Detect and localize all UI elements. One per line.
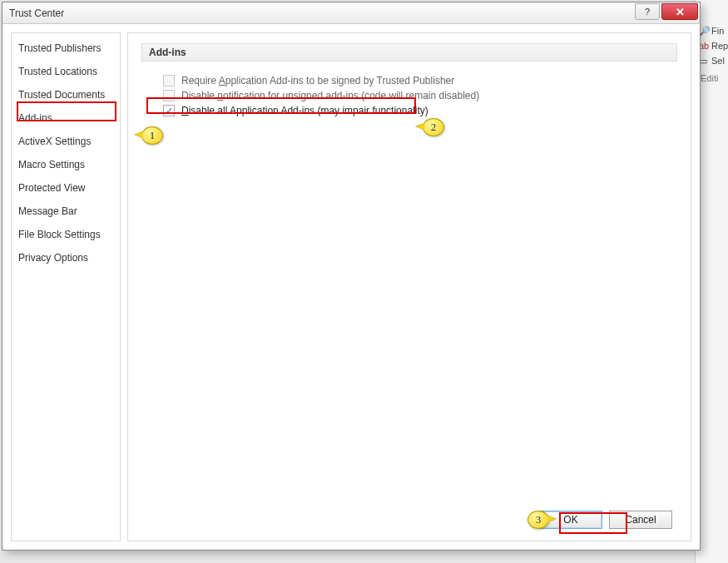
- sidebar-item-add-ins[interactable]: Add-ins: [12, 106, 120, 130]
- checkbox-disable-all-addins[interactable]: ✓: [163, 105, 175, 116]
- trust-center-dialog: Trust Center ? ✕ Trusted Publishers Trus…: [2, 2, 701, 551]
- section-header: Add-ins: [141, 43, 677, 62]
- dialog-footer: OK Cancel: [141, 504, 677, 532]
- sidebar-item-activex-settings[interactable]: ActiveX Settings: [12, 130, 120, 153]
- sidebar-item-trusted-locations[interactable]: Trusted Locations: [12, 60, 120, 83]
- sidebar-item-protected-view[interactable]: Protected View: [12, 176, 120, 200]
- sidebar-item-message-bar[interactable]: Message Bar: [12, 200, 120, 223]
- checkbox-disable-notification[interactable]: [163, 90, 175, 101]
- label-disable-all-addins: Disable all Application Add-ins (may imp…: [181, 105, 428, 116]
- option-disable-notification: Disable notification for unsigned add-in…: [141, 88, 677, 103]
- category-sidebar: Trusted Publishers Trusted Locations Tru…: [11, 32, 121, 541]
- option-require-signed: Require Application Add-ins to be signed…: [141, 73, 677, 88]
- label-require-signed: Require Application Add-ins to be signed…: [181, 75, 454, 86]
- close-button[interactable]: ✕: [661, 3, 698, 20]
- sidebar-item-trusted-publishers[interactable]: Trusted Publishers: [12, 37, 120, 60]
- ok-button[interactable]: OK: [539, 511, 602, 529]
- option-disable-all-addins: ✓ Disable all Application Add-ins (may i…: [141, 103, 677, 118]
- sidebar-item-privacy-options[interactable]: Privacy Options: [12, 246, 120, 269]
- cancel-button[interactable]: Cancel: [609, 511, 672, 529]
- titlebar: Trust Center ? ✕: [2, 2, 700, 24]
- sidebar-item-macro-settings[interactable]: Macro Settings: [12, 153, 120, 176]
- label-disable-notification: Disable notification for unsigned add-in…: [181, 90, 479, 101]
- sidebar-item-file-block-settings[interactable]: File Block Settings: [12, 223, 120, 246]
- help-button[interactable]: ?: [635, 3, 660, 20]
- sidebar-item-trusted-documents[interactable]: Trusted Documents: [12, 83, 120, 106]
- content-panel: Add-ins Require Application Add-ins to b…: [127, 32, 691, 541]
- dialog-title: Trust Center: [9, 7, 635, 19]
- checkbox-require-signed[interactable]: [163, 75, 175, 86]
